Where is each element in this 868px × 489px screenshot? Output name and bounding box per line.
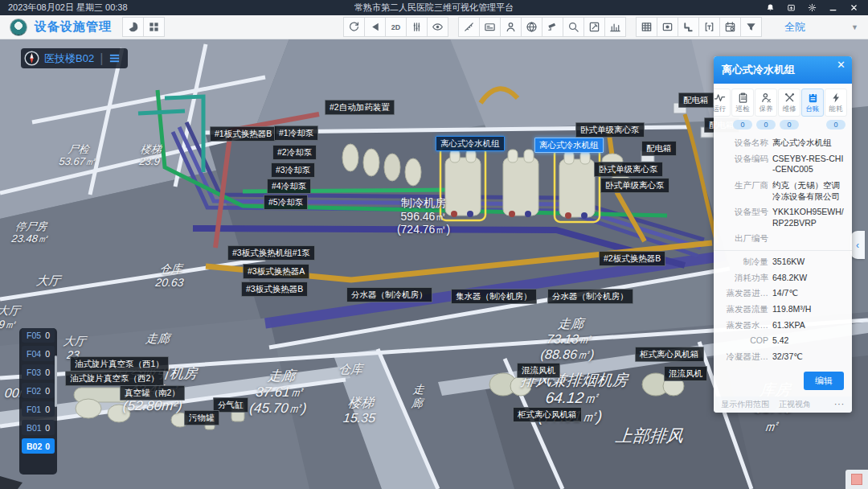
tab-badge: 0 [756,120,776,129]
table-icon [641,21,653,33]
panel-collapse-handle[interactable]: ‹ [850,231,865,259]
measure-button[interactable] [458,17,480,37]
annotate-button[interactable] [583,17,605,37]
floor-B02[interactable]: B020 [22,438,55,454]
tab-运行[interactable]: 运行 [714,88,731,129]
energy-icon [830,92,842,104]
equipment-tag[interactable]: #3冷却泵 [271,162,315,178]
equipment-tag[interactable]: #3板式换热器A [243,264,309,279]
equipment-tag[interactable]: 集水器（制冷机房） [451,289,537,304]
datetime: 2023年08月02日 星期三 00:38 [0,2,128,14]
search-button[interactable] [563,17,584,37]
person-button[interactable] [500,17,522,37]
equipment-tag[interactable]: 分水器（制冷机房） [346,287,432,302]
equipment-tag[interactable]: #4冷却泵 [267,179,311,194]
tab-badge: 0 [733,120,752,129]
scope-select[interactable]: 全院 ▼ [784,20,858,35]
floor-F01[interactable]: F010 [22,401,55,417]
schedule-button[interactable] [719,17,741,37]
schedule-icon [724,21,736,33]
pie-chart-button[interactable] [122,17,144,37]
floor-scrollbar[interactable] [55,355,57,407]
equipment-tag[interactable]: #5冷却泵 [264,195,308,210]
floor-B01[interactable]: B010 [22,420,55,435]
snapshot-icon [661,21,674,33]
close-icon[interactable] [850,3,858,12]
chevron-down-icon: ▼ [851,23,858,31]
equipment-tag[interactable]: 油式旋片真空泵（西2） [65,371,164,386]
front-view-toggle[interactable]: 正视视角 [779,399,811,410]
equipment-tag[interactable]: 离心式冷水机组 [436,136,505,151]
floor-F05[interactable]: F050 [22,328,55,343]
id-card-icon [484,21,496,33]
floor-split-button[interactable] [406,17,428,37]
screenshot-icon[interactable] [787,3,796,12]
floor-F02[interactable]: F020 [22,383,55,398]
equipment-tag[interactable]: #1冷却泵 [274,125,318,141]
compass-icon[interactable] [24,51,39,66]
equipment-tag[interactable]: #3板式换热器B [241,281,308,297]
tab-保养[interactable]: 保养0 [755,88,777,129]
mode-2d-button[interactable]: 2D [385,17,407,37]
table-button[interactable] [636,17,657,37]
globe-button[interactable] [521,17,542,37]
equipment-tag[interactable]: #2板式换热器B [599,251,665,266]
label-toggle-button[interactable] [698,17,720,37]
statistics-button[interactable] [604,17,626,37]
cctv-button[interactable] [542,17,563,37]
person-icon [505,21,517,33]
chiller-2[interactable] [503,150,538,217]
pipeline-button[interactable] [678,17,699,37]
equipment-tag[interactable]: 柜式离心风机箱 [635,347,704,362]
tab-badge [803,120,822,129]
visibility-button[interactable] [427,17,448,37]
rotate-reset-button[interactable] [343,17,365,37]
corner-widget[interactable] [845,470,868,489]
equipment-tag[interactable]: 污物罐 [184,410,219,425]
floor-F04[interactable]: F040 [22,346,55,361]
settings-icon[interactable] [808,3,817,12]
statistics-icon [609,21,621,33]
field-value: 5.42 [772,335,845,347]
equipment-tag[interactable]: 混流风机 [517,363,560,378]
tab-巡检[interactable]: 巡检0 [731,88,754,129]
equipment-tag[interactable]: 柜式离心风机箱 [513,407,582,422]
equipment-tag[interactable]: #2自动加药装置 [325,100,395,115]
list-icon[interactable] [108,52,121,64]
equipment-tag[interactable]: 配电箱 [678,92,714,108]
tab-台账[interactable]: 台账 [801,88,824,129]
app-title: 设备设施管理 [35,19,112,35]
equipment-tag[interactable]: 真空罐（南2） [120,385,185,401]
equipment-tag[interactable]: #2冷却泵 [272,145,317,160]
equipment-tag[interactable]: 油式旋片真空泵（西1） [70,356,169,372]
label-toggle-icon [703,21,715,33]
back-arrow-button[interactable] [364,17,386,37]
equipment-tag[interactable]: #3板式换热机组#1泵 [227,245,315,261]
equipment-tag[interactable]: 卧式单级离心泵 [594,162,663,177]
bell-icon[interactable] [766,3,775,12]
tab-维修[interactable]: 维修0 [778,88,800,129]
floor-F03[interactable]: F030 [22,364,55,380]
filter-button[interactable] [740,17,762,37]
equipment-tag[interactable]: #1板式换热器B [210,126,276,142]
close-icon[interactable]: ✕ [837,60,845,70]
pie-chart-icon [127,21,139,33]
snapshot-button[interactable] [657,17,678,37]
equipment-tag[interactable]: 配电箱 [641,141,677,156]
field-label: 蒸发器进… [720,288,768,299]
breadcrumb-location[interactable]: 医技楼B02 [44,51,94,66]
grid-button[interactable] [143,17,165,37]
panel-footer: 显示作用范围 正视视角 ··· [714,397,852,413]
field-row: 设备型号YKK1KOH95EWH/RP22BVRP [714,204,852,231]
edit-button[interactable]: 编辑 [804,372,844,390]
equipment-tag[interactable]: 离心式冷水机组 [534,138,604,153]
show-range-toggle[interactable]: 显示作用范围 [721,399,769,410]
minimize-icon[interactable] [829,3,837,12]
tab-能耗[interactable]: 能耗0 [825,88,847,129]
equipment-tag[interactable]: 卧式单级离心泵 [575,122,645,138]
id-card-button[interactable] [479,17,501,37]
equipment-tag[interactable]: 混流风机 [664,366,707,381]
equipment-tag[interactable]: 分水器（制冷机房） [547,289,633,304]
more-options[interactable]: ··· [834,400,845,409]
equipment-tag[interactable]: 卧式单级离心泵 [600,178,669,193]
